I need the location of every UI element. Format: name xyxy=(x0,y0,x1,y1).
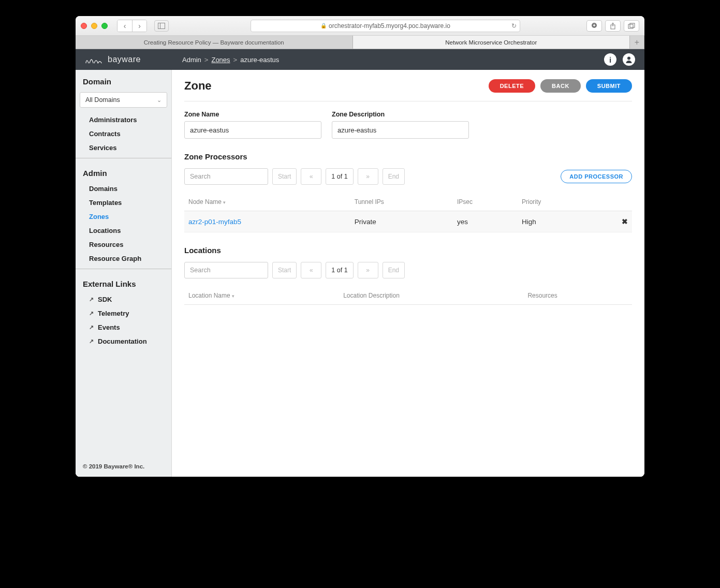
sidebar-item-services[interactable]: Services xyxy=(76,141,171,155)
locations-table: Location Name▾ Location Description Reso… xyxy=(184,287,632,305)
loc-col-desc[interactable]: Location Description xyxy=(339,287,523,305)
sidebar-admin-title: Admin xyxy=(76,161,171,182)
processors-toolbar: Search Start « 1 of 1 » End ADD PROCESSO… xyxy=(184,168,632,185)
sidebar-item-domains[interactable]: Domains xyxy=(76,182,171,196)
cell-tunnel: Private xyxy=(350,211,453,232)
reload-icon[interactable]: ↻ xyxy=(511,22,517,30)
col-ipsec[interactable]: IPsec xyxy=(453,193,518,211)
svg-rect-4 xyxy=(628,24,633,28)
sidebar-ext-title: External Links xyxy=(76,272,171,292)
loc-col-name[interactable]: Location Name▾ xyxy=(184,287,339,305)
app-body: Domain All Domains ⌄ Administrators Cont… xyxy=(76,70,644,477)
sidebar-item-templates[interactable]: Templates xyxy=(76,196,171,210)
col-priority[interactable]: Priority xyxy=(518,193,593,211)
browser-tabs: Creating Resource Policy — Bayware docum… xyxy=(76,36,644,49)
browser-window: ‹ › 🔒 orchestrator-myfab5.myorg4.poc.bay… xyxy=(76,16,644,477)
app-header: bayware Admin > Zones > azure-eastus i xyxy=(76,49,644,70)
processors-title: Zone Processors xyxy=(184,152,632,161)
delete-button[interactable]: DELETE xyxy=(489,79,535,93)
info-icon[interactable]: i xyxy=(604,53,616,66)
pager-end[interactable]: End xyxy=(383,168,405,185)
back-button[interactable]: BACK xyxy=(540,79,581,93)
close-window[interactable] xyxy=(81,23,87,29)
processors-table: Node Name▾ Tunnel IPs IPsec Priority azr… xyxy=(184,193,632,232)
svg-point-6 xyxy=(627,57,630,60)
breadcrumb-current: azure-eastus xyxy=(240,56,279,64)
minimize-window[interactable] xyxy=(91,23,97,29)
browser-tab-1[interactable]: Network Microservice Orchestrator xyxy=(353,36,630,49)
sidebar-item-resources[interactable]: Resources xyxy=(76,238,171,252)
toolbar-right xyxy=(586,20,639,32)
share-button[interactable] xyxy=(605,20,621,32)
zone-form: Zone Name Zone Description xyxy=(184,111,632,139)
tabs-button[interactable] xyxy=(624,20,639,32)
external-link-icon: ↗ xyxy=(89,310,94,317)
loc-pager-prev[interactable]: « xyxy=(301,262,321,278)
external-link-icon: ↗ xyxy=(89,296,94,303)
pager-start[interactable]: Start xyxy=(272,168,297,185)
sidebar-item-contracts[interactable]: Contracts xyxy=(76,127,171,141)
svg-rect-0 xyxy=(158,23,165,28)
loc-pager-start[interactable]: Start xyxy=(272,262,297,278)
window-controls xyxy=(81,23,108,29)
url-bar[interactable]: 🔒 orchestrator-myfab5.myorg4.poc.bayware… xyxy=(251,20,520,32)
loc-col-res[interactable]: Resources xyxy=(523,287,632,305)
titlebar: ‹ › 🔒 orchestrator-myfab5.myorg4.poc.bay… xyxy=(76,16,644,36)
downloads-button[interactable] xyxy=(586,20,602,32)
loc-pager-end[interactable]: End xyxy=(383,262,405,278)
breadcrumb-zones[interactable]: Zones xyxy=(211,56,230,64)
url-text: orchestrator-myfab5.myorg4.poc.bayware.i… xyxy=(329,22,450,30)
pager-prev[interactable]: « xyxy=(301,168,321,185)
col-node[interactable]: Node Name▾ xyxy=(184,193,350,211)
processors-search[interactable]: Search xyxy=(184,168,268,185)
row-delete-icon[interactable]: ✖ xyxy=(593,211,632,232)
zone-name-input[interactable] xyxy=(184,121,321,139)
breadcrumb: Admin > Zones > azure-eastus xyxy=(182,56,279,64)
cell-priority: High xyxy=(518,211,593,232)
page-actions: DELETE BACK SUBMIT xyxy=(489,79,632,93)
page-head: Zone DELETE BACK SUBMIT xyxy=(184,79,632,101)
sidebar-ext-telemetry[interactable]: ↗Telemetry xyxy=(76,306,171,320)
loc-pager-next[interactable]: » xyxy=(358,262,378,278)
sidebar-footer: © 2019 Bayware® Inc. xyxy=(76,456,171,477)
sidebar-item-administrators[interactable]: Administrators xyxy=(76,113,171,127)
cell-node[interactable]: azr2-p01-myfab5 xyxy=(184,211,350,232)
main-content: Zone DELETE BACK SUBMIT Zone Name Zone D… xyxy=(172,70,644,477)
sidebar-item-locations[interactable]: Locations xyxy=(76,224,171,238)
sidebar-item-zones[interactable]: Zones xyxy=(76,210,171,224)
zone-desc-input[interactable] xyxy=(332,121,469,139)
user-icon[interactable] xyxy=(623,53,635,66)
sidebar-toggle[interactable] xyxy=(154,20,169,32)
back-button[interactable]: ‹ xyxy=(117,20,132,32)
zone-name-label: Zone Name xyxy=(184,111,321,118)
sidebar-ext-events[interactable]: ↗Events xyxy=(76,320,171,334)
svg-rect-5 xyxy=(630,23,635,27)
sidebar-domain-title: Domain xyxy=(76,70,171,90)
breadcrumb-admin[interactable]: Admin xyxy=(182,56,201,64)
locations-toolbar: Search Start « 1 of 1 » End xyxy=(184,262,632,278)
zone-desc-label: Zone Description xyxy=(332,111,469,118)
locations-search[interactable]: Search xyxy=(184,262,268,278)
forward-button[interactable]: › xyxy=(132,20,146,32)
pager-next[interactable]: » xyxy=(358,168,378,185)
new-tab-button[interactable]: + xyxy=(630,36,644,49)
col-tunnel[interactable]: Tunnel IPs xyxy=(350,193,453,211)
maximize-window[interactable] xyxy=(101,23,108,29)
browser-tab-0[interactable]: Creating Resource Policy — Bayware docum… xyxy=(76,36,353,49)
pager-page: 1 of 1 xyxy=(326,168,353,185)
chevron-down-icon: ⌄ xyxy=(157,97,161,104)
external-link-icon: ↗ xyxy=(89,324,94,331)
sidebar-ext-documentation[interactable]: ↗Documentation xyxy=(76,334,171,348)
table-row[interactable]: azr2-p01-myfab5 Private yes High ✖ xyxy=(184,211,632,232)
logo[interactable]: bayware xyxy=(85,54,141,65)
add-processor-button[interactable]: ADD PROCESSOR xyxy=(561,170,632,183)
external-link-icon: ↗ xyxy=(89,338,94,345)
sort-icon: ▾ xyxy=(232,293,234,299)
lock-icon: 🔒 xyxy=(320,23,327,28)
sidebar-item-resource-graph[interactable]: Resource Graph xyxy=(76,252,171,266)
sidebar-ext-sdk[interactable]: ↗SDK xyxy=(76,292,171,306)
submit-button[interactable]: SUBMIT xyxy=(586,79,632,93)
page-title: Zone xyxy=(184,79,212,93)
loc-pager-page: 1 of 1 xyxy=(326,262,353,278)
domain-select[interactable]: All Domains ⌄ xyxy=(80,92,167,108)
